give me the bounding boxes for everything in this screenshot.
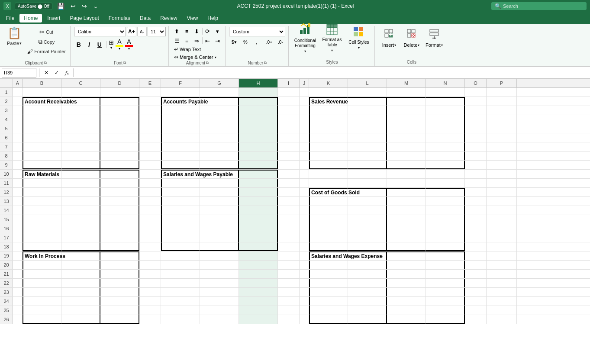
spreadsheet-cell[interactable]	[487, 179, 517, 187]
spreadsheet-cell[interactable]	[426, 161, 465, 169]
spreadsheet-cell[interactable]	[300, 233, 309, 242]
spreadsheet-cell[interactable]	[300, 279, 309, 287]
spreadsheet-cell[interactable]	[387, 124, 426, 133]
spreadsheet-cell[interactable]	[426, 251, 465, 260]
spreadsheet-cell[interactable]	[387, 279, 426, 287]
spreadsheet-cell[interactable]	[139, 315, 161, 324]
spreadsheet-cell[interactable]	[465, 224, 487, 233]
spreadsheet-cell[interactable]	[239, 224, 278, 233]
col-header-p[interactable]: P	[487, 79, 517, 87]
spreadsheet-cell[interactable]	[465, 115, 487, 124]
spreadsheet-cell[interactable]	[278, 97, 300, 106]
spreadsheet-cell[interactable]	[200, 188, 239, 196]
format-button[interactable]: Format ▾	[423, 27, 445, 49]
spreadsheet-cell[interactable]	[309, 170, 348, 178]
spreadsheet-cell[interactable]	[200, 215, 239, 224]
spreadsheet-cell[interactable]	[161, 124, 200, 133]
spreadsheet-cell[interactable]	[139, 133, 161, 142]
spreadsheet-cell[interactable]	[348, 97, 387, 106]
spreadsheet-cell[interactable]	[348, 88, 387, 97]
spreadsheet-cell[interactable]	[278, 297, 300, 306]
spreadsheet-cell[interactable]	[300, 88, 309, 97]
spreadsheet-cell[interactable]	[348, 242, 387, 251]
spreadsheet-cell[interactable]	[300, 224, 309, 233]
spreadsheet-cell[interactable]	[465, 106, 487, 115]
number-group-label[interactable]: Number ⧉	[229, 61, 286, 65]
merge-center-button[interactable]: ⇔ Merge & Center ▾	[172, 54, 218, 61]
spreadsheet-cell[interactable]	[426, 279, 465, 287]
spreadsheet-cell[interactable]	[278, 88, 300, 97]
spreadsheet-cell[interactable]	[348, 270, 387, 278]
spreadsheet-cell[interactable]	[278, 151, 300, 160]
spreadsheet-cell[interactable]	[239, 106, 278, 115]
spreadsheet-cell[interactable]	[300, 106, 309, 115]
spreadsheet-cell[interactable]	[426, 197, 465, 206]
spreadsheet-cell[interactable]	[426, 124, 465, 133]
row-num-16[interactable]: 16	[0, 224, 13, 233]
spreadsheet-cell[interactable]	[387, 224, 426, 233]
spreadsheet-cell[interactable]	[100, 151, 139, 160]
spreadsheet-cell[interactable]	[13, 215, 23, 224]
spreadsheet-cell[interactable]	[348, 288, 387, 296]
spreadsheet-cell[interactable]	[161, 88, 200, 97]
spreadsheet-cell[interactable]	[487, 142, 517, 151]
formula-input[interactable]	[75, 68, 588, 77]
spreadsheet-cell[interactable]	[426, 288, 465, 296]
spreadsheet-cell[interactable]	[426, 206, 465, 215]
spreadsheet-cell[interactable]	[300, 133, 309, 142]
spreadsheet-cell[interactable]	[139, 261, 161, 269]
spreadsheet-cell[interactable]	[13, 242, 23, 251]
spreadsheet-cell[interactable]	[487, 151, 517, 160]
spreadsheet-cell[interactable]	[487, 224, 517, 233]
col-header-e[interactable]: E	[139, 79, 161, 87]
format-as-table-button[interactable]: Format as Table ▾	[319, 27, 345, 48]
font-group-label[interactable]: Font ⧉	[74, 61, 166, 65]
spreadsheet-cell[interactable]	[100, 297, 139, 306]
spreadsheet-cell[interactable]	[309, 297, 348, 306]
search-input[interactable]	[503, 3, 583, 9]
spreadsheet-cell[interactable]	[387, 197, 426, 206]
spreadsheet-cell[interactable]	[23, 224, 61, 233]
spreadsheet-cell[interactable]	[13, 279, 23, 287]
spreadsheet-cell[interactable]	[387, 142, 426, 151]
spreadsheet-cell[interactable]	[61, 215, 100, 224]
increase-decimal-button[interactable]: .0+	[264, 38, 274, 46]
spreadsheet-cell[interactable]	[426, 106, 465, 115]
fill-color-button[interactable]: A ▾	[115, 38, 124, 51]
number-expand-icon[interactable]: ⧉	[264, 61, 267, 65]
row-num-24[interactable]: 24	[0, 297, 13, 306]
row-num-2[interactable]: 2	[0, 97, 13, 106]
spreadsheet-cell[interactable]	[13, 88, 23, 97]
spreadsheet-cell[interactable]	[278, 279, 300, 287]
decrease-decimal-button[interactable]: .0-	[275, 38, 286, 46]
spreadsheet-cell[interactable]	[161, 151, 200, 160]
spreadsheet-cell[interactable]	[426, 97, 465, 106]
spreadsheet-cell[interactable]	[61, 315, 100, 324]
comma-button[interactable]: ,	[251, 38, 262, 46]
spreadsheet-cell[interactable]	[161, 106, 200, 115]
col-header-o[interactable]: O	[465, 79, 487, 87]
spreadsheet-cell[interactable]	[465, 288, 487, 296]
spreadsheet-cell[interactable]	[278, 261, 300, 269]
menu-page-layout[interactable]: Page Layout	[65, 14, 103, 23]
spreadsheet-cell[interactable]	[487, 261, 517, 269]
spreadsheet-cell[interactable]	[61, 261, 100, 269]
spreadsheet-cell[interactable]	[348, 106, 387, 115]
spreadsheet-cell[interactable]	[13, 106, 23, 115]
spreadsheet-cell[interactable]	[139, 197, 161, 206]
spreadsheet-cell[interactable]	[300, 197, 309, 206]
spreadsheet-cell[interactable]	[309, 106, 348, 115]
spreadsheet-cell[interactable]	[465, 161, 487, 169]
align-top-button[interactable]: ⬆	[172, 27, 182, 35]
spreadsheet-cell[interactable]	[426, 224, 465, 233]
row-num-9[interactable]: 9	[0, 161, 13, 169]
spreadsheet-cell[interactable]	[161, 142, 200, 151]
spreadsheet-cell[interactable]	[426, 151, 465, 160]
spreadsheet-cell[interactable]	[61, 188, 100, 196]
spreadsheet-cell[interactable]	[465, 270, 487, 278]
spreadsheet-cell[interactable]	[309, 142, 348, 151]
spreadsheet-cell[interactable]	[13, 251, 23, 260]
spreadsheet-cell[interactable]	[139, 188, 161, 196]
spreadsheet-cell[interactable]	[200, 115, 239, 124]
spreadsheet-cell[interactable]	[426, 297, 465, 306]
